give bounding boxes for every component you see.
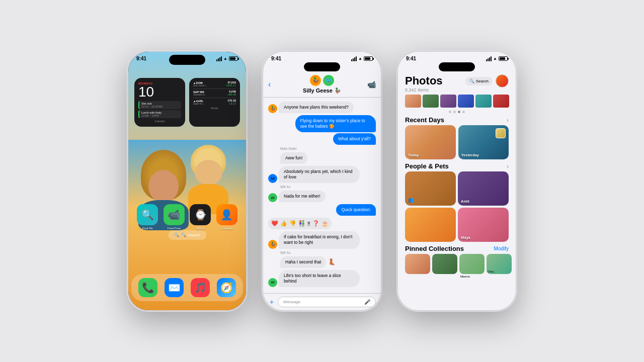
messages-status-icons: ▲ <box>351 56 373 61</box>
bubble-3: What about y'all? <box>333 133 376 145</box>
featured-thumb-5 <box>475 95 492 108</box>
recent-days-title: Recent Days <box>405 116 444 124</box>
messages-dynamic-island <box>304 62 340 71</box>
messages-time: 9:41 <box>271 56 281 61</box>
stocks-widget-label: Stocks <box>193 107 236 110</box>
message-5: W Nada for me either! <box>268 191 376 202</box>
reaction-exclaim[interactable]: ‼️ <box>307 221 310 227</box>
bubble-8: If cake for breakfast is wrong, I don't … <box>279 231 360 248</box>
people-pets-title: People & Pets <box>405 162 449 170</box>
app-findmy[interactable]: 🔍 Find My <box>137 204 158 230</box>
bubble-6: Nada for me either! <box>279 191 326 202</box>
people-group-icon: 👥 <box>408 195 414 204</box>
dock-music[interactable]: 🎵 <box>191 278 210 297</box>
messages-status-bar: 9:41 ▲ <box>263 52 381 61</box>
dot-3-active <box>458 111 460 113</box>
video-call-button[interactable]: 📹 <box>367 80 376 88</box>
photos-time: 9:41 <box>406 56 416 61</box>
app-watch[interactable]: ⌚ Watch <box>190 204 211 230</box>
sender-label-mark: Mark Disler <box>268 147 376 150</box>
calendar-event-1: Site visit 10:15 – 10:45AM <box>138 101 181 109</box>
dots-indicator <box>398 111 516 113</box>
reactions-bar[interactable]: ❤️ 👍 👎 👫 ‼️ ❓ 🎂 <box>268 218 332 229</box>
avatar-1: 🦆 <box>309 74 321 86</box>
calendar-widget[interactable]: MONDAY 10 Site visit 10:15 – 10:45AM Lun… <box>134 78 185 127</box>
dynamic-island <box>169 55 205 65</box>
pinned-1[interactable] <box>405 254 430 274</box>
sender-label-will: Will Xu <box>268 185 376 189</box>
people-pets-chevron[interactable]: › <box>507 163 509 170</box>
sender-label-will2: Will Xu <box>268 251 376 254</box>
phone-1-home: 9:41 ▲ MONDAY 10 <box>127 50 248 312</box>
search-pill[interactable]: 🔍 🔍 Search <box>168 230 206 240</box>
dock-mail[interactable]: ✉️ <box>165 278 184 297</box>
photo-yesterday[interactable]: Yesterday <box>458 125 509 159</box>
reaction-thumbsdown[interactable]: 👎 <box>289 220 296 227</box>
app-row-mid: 🔍 Find My 📹 FaceTime ⌚ Watch 👤 Contacts <box>134 204 240 230</box>
search-bar[interactable]: 🔍 🔍 Search <box>168 230 206 240</box>
photo-today-label: Today <box>408 153 419 157</box>
featured-thumb-2 <box>423 95 439 108</box>
people-group-photo[interactable]: 👥 <box>405 171 456 206</box>
add-button[interactable]: ＋ <box>268 298 275 307</box>
stocks-widget[interactable]: ▲DOW Dow Jones I... 37,816 +570.17 S&P 5… <box>189 78 240 127</box>
signal-icon <box>216 56 222 61</box>
battery-icon <box>229 56 238 61</box>
group-avatars: 🦆 🐦 <box>309 74 335 86</box>
sender-avatar-last: W <box>268 278 277 287</box>
sender-avatar-mark: M <box>268 174 277 183</box>
reaction-thumbsup[interactable]: 👍 <box>280 220 287 227</box>
reaction-people[interactable]: 👫 <box>298 220 305 227</box>
message-1: 🦆 Anyone have plans this weekend? <box>268 102 376 113</box>
dot-1 <box>449 111 451 113</box>
message-3: Aww fun! <box>268 152 376 164</box>
user-avatar[interactable] <box>496 74 509 87</box>
bubble-2: Flying down to my sister's place to see … <box>295 115 376 132</box>
pinned-ghaz[interactable]: Ghaz... <box>487 254 512 274</box>
imessage-placeholder: iMessage <box>283 300 300 304</box>
dot-4 <box>462 111 465 113</box>
calendar-day-num: 10 <box>138 85 181 99</box>
amit-label: Amit <box>461 199 469 204</box>
pinned-meerut[interactable]: Meerut <box>459 254 485 274</box>
search-button[interactable]: 🔍 Search <box>465 77 493 85</box>
message-8: Haha I second that 👢 <box>268 256 376 268</box>
messages-header: ‹ 🦆 🐦 Silly Geese 🦆 📹 <box>263 71 381 98</box>
people-pets-grid: 👥 Amit Maya <box>398 171 516 242</box>
bubble-5: Absolutely no plans yet, which I kind of… <box>279 166 360 183</box>
phone-3-photos: 9:41 ▲ <box>396 50 517 312</box>
sender-avatar-cake: 🦆 <box>268 240 277 249</box>
message-input-bar: ＋ iMessage 🎤 <box>263 293 381 310</box>
tapback-emoji: 👢 <box>328 258 336 265</box>
photos-title: Photos <box>405 74 443 87</box>
person-maya[interactable]: Maya <box>458 208 509 242</box>
reaction-heart[interactable]: ❤️ <box>271 220 278 227</box>
recent-days-header: Recent Days › <box>398 114 516 125</box>
photos-dynamic-island <box>439 62 475 71</box>
modify-button[interactable]: Modify <box>494 246 509 251</box>
dock-phone[interactable]: 📞 <box>138 278 157 297</box>
message-2: Flying down to my sister's place to see … <box>268 115 376 145</box>
app-facetime[interactable]: 📹 FaceTime <box>164 204 185 230</box>
phone-2-messages: 9:41 ▲ <box>262 50 382 312</box>
person-amit[interactable]: Amit <box>458 171 509 206</box>
pinned-collections-strip: Meerut Ghaz... <box>398 254 516 274</box>
pinned-collections-title: Pinned Collections <box>405 245 464 252</box>
reaction-cake[interactable]: 🎂 <box>321 220 329 227</box>
dock-safari[interactable]: 🧭 <box>217 278 236 297</box>
recent-days-chevron[interactable]: › <box>507 117 509 124</box>
pinned-2[interactable] <box>432 254 457 274</box>
photo-today[interactable]: Today <box>405 125 456 159</box>
featured-thumb-1 <box>405 95 421 108</box>
imessage-input[interactable]: iMessage 🎤 <box>278 297 376 307</box>
person-unnamed[interactable] <box>405 208 456 242</box>
message-6: Quick question: <box>268 204 376 216</box>
mic-icon[interactable]: 🎤 <box>364 299 370 305</box>
app-contacts[interactable]: 👤 Contacts <box>216 204 237 230</box>
bubble-9: Haha I second that <box>280 256 326 268</box>
back-button[interactable]: ‹ <box>268 80 271 89</box>
photos-count: 8,342 Items <box>405 87 443 93</box>
featured-strip <box>398 93 516 110</box>
widgets-area: MONDAY 10 Site visit 10:15 – 10:45AM Lun… <box>134 78 240 127</box>
reaction-question[interactable]: ❓ <box>312 220 319 227</box>
